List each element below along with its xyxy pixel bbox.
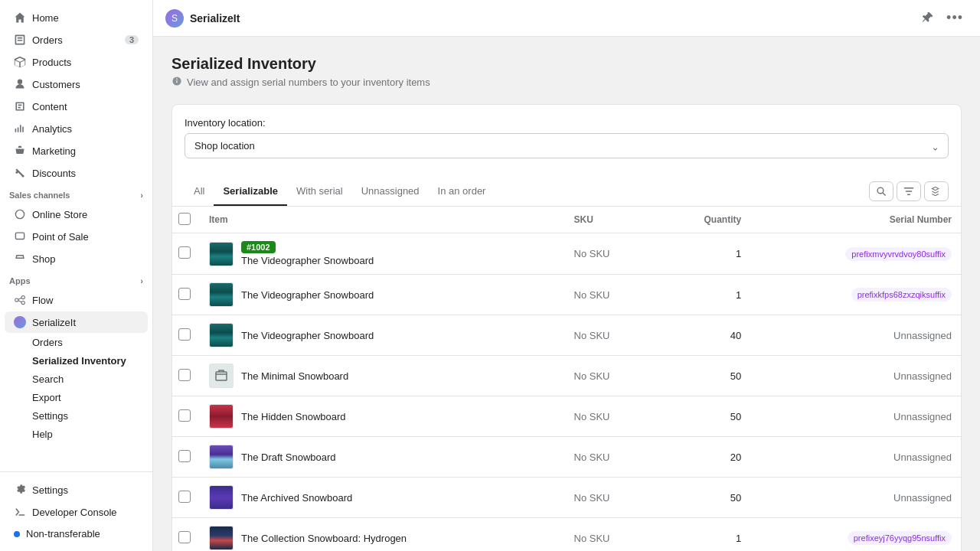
tab-all[interactable]: All	[185, 178, 214, 206]
tab-actions	[869, 177, 949, 206]
products-label: Products	[32, 57, 71, 68]
filter-button[interactable]	[897, 181, 921, 201]
item-cell: The Videographer Snowboard	[200, 315, 565, 356]
serial-number-badge[interactable]: prefixkfps68zxzqiksuffix	[851, 288, 952, 302]
orders-badge: 3	[125, 35, 139, 44]
sku-cell: No SKU	[565, 478, 657, 518]
sidebar-item-online-store[interactable]: Online Store	[5, 204, 148, 225]
tab-with-serial[interactable]: With serial	[287, 178, 352, 206]
more-icon: •••	[946, 10, 963, 26]
table-row: The Hidden SnowboardNo SKU50Unnassigned	[172, 396, 961, 437]
subtitle-text: View and assign serial numbers to your i…	[187, 77, 430, 88]
location-select[interactable]: Shop location	[185, 133, 949, 158]
shop-label: Shop	[32, 253, 55, 265]
sidebar-item-orders[interactable]: Orders 3	[5, 29, 148, 51]
pin-button[interactable]	[917, 8, 939, 29]
order-badge: #1002	[241, 241, 276, 253]
sidebar-item-products[interactable]: Products	[5, 51, 148, 73]
serial-cell: prefixeyj76yyqg95nsuffix	[750, 518, 961, 552]
item-cell: The Minimal Snowboard	[200, 356, 565, 396]
products-icon	[14, 56, 26, 68]
apps-chevron: ›	[140, 276, 143, 285]
subnav-export[interactable]: Export	[26, 389, 148, 406]
row-checkbox-cell	[172, 275, 200, 315]
sidebar-item-home[interactable]: Home	[5, 7, 148, 28]
discounts-label: Discounts	[32, 168, 76, 179]
serial-cell: prefixmvyvrvdvoy80suffix	[750, 233, 961, 275]
sales-channels-chevron: ›	[140, 191, 143, 200]
subnav-orders[interactable]: Orders	[26, 334, 148, 351]
subnav-orders-label: Orders	[32, 337, 63, 348]
search-button[interactable]	[869, 181, 893, 201]
developer-console-label: Developer Console	[32, 507, 117, 518]
subnav-help[interactable]: Help	[26, 425, 148, 443]
sidebar-item-marketing[interactable]: Marketing	[5, 140, 148, 161]
more-button[interactable]: •••	[942, 5, 968, 31]
product-image	[209, 445, 234, 469]
item-name: The Hidden Snowboard	[241, 411, 346, 422]
sales-channels-section[interactable]: Sales channels ›	[0, 184, 152, 203]
subnav-settings[interactable]: Settings	[26, 407, 148, 425]
svg-point-0	[15, 210, 24, 218]
item-text: #1002The Videographer Snowboard	[241, 241, 374, 266]
row-checkbox[interactable]	[178, 450, 191, 462]
row-checkbox[interactable]	[178, 328, 191, 341]
subnav-serialized-inventory[interactable]: Serialized Inventory	[26, 352, 148, 370]
row-checkbox[interactable]	[178, 288, 191, 300]
serial-number-badge[interactable]: prefixeyj76yyqg95nsuffix	[848, 531, 952, 545]
tab-unassigned[interactable]: Unnassigned	[352, 178, 429, 206]
row-checkbox[interactable]	[178, 409, 191, 422]
sidebar-item-developer-console[interactable]: Developer Console	[5, 501, 148, 523]
info-icon	[172, 76, 182, 89]
sort-button[interactable]	[924, 181, 949, 201]
item-text: The Minimal Snowboard	[241, 370, 348, 382]
item-name: The Draft Snowboard	[241, 452, 336, 463]
serial-column-header: Serial Number	[750, 207, 961, 233]
location-section: Inventory location: Shop location	[172, 105, 961, 158]
serial-number-badge[interactable]: prefixmvyvrvdvoy80suffix	[845, 247, 952, 261]
pos-icon	[14, 230, 26, 243]
subnav-search[interactable]: Search	[26, 370, 148, 388]
subnav-export-label: Export	[32, 392, 61, 403]
select-all-checkbox[interactable]	[178, 213, 191, 225]
product-image	[209, 404, 234, 429]
serial-unassigned: Unnassigned	[893, 411, 952, 422]
quantity-cell: 50	[656, 396, 750, 437]
item-name: The Videographer Snowboard	[241, 255, 374, 266]
sidebar-item-analytics[interactable]: Analytics	[5, 118, 148, 139]
orders-label: Orders	[32, 34, 63, 46]
sidebar-item-settings[interactable]: Settings	[5, 479, 148, 500]
location-select-wrapper: Shop location	[185, 133, 949, 158]
subnav-serialized-inventory-label: Serialized Inventory	[32, 355, 126, 367]
svg-line-5	[18, 298, 21, 299]
row-checkbox[interactable]	[178, 369, 191, 381]
sidebar: Home Orders 3 Products Customers Conte	[0, 0, 153, 551]
sku-cell: No SKU	[565, 437, 657, 478]
marketing-label: Marketing	[32, 145, 76, 157]
row-checkbox[interactable]	[178, 246, 191, 259]
sidebar-item-customers[interactable]: Customers	[5, 73, 148, 95]
sidebar-item-content[interactable]: Content	[5, 96, 148, 117]
sidebar-item-serializeit[interactable]: SerializeIt	[5, 311, 148, 333]
tab-in-an-order[interactable]: In an order	[429, 178, 495, 206]
quantity-cell: 1	[656, 233, 750, 275]
row-checkbox-cell	[172, 396, 200, 437]
tab-serializable[interactable]: Serializable	[214, 178, 287, 206]
serial-cell: Unnassigned	[750, 396, 961, 437]
row-checkbox[interactable]	[178, 531, 191, 543]
item-text: The Videographer Snowboard	[241, 289, 374, 301]
apps-section[interactable]: Apps ›	[0, 270, 152, 289]
non-transferable-item[interactable]: Non-transferable	[5, 523, 148, 544]
sidebar-item-pos[interactable]: Point of Sale	[5, 226, 148, 247]
subnav-settings-label: Settings	[32, 410, 68, 422]
non-transferable-dot	[14, 531, 20, 537]
sidebar-item-discounts[interactable]: Discounts	[5, 162, 148, 184]
sidebar-item-flow[interactable]: Flow	[5, 289, 148, 311]
row-checkbox[interactable]	[178, 491, 191, 503]
settings-icon	[14, 484, 26, 496]
sidebar-item-shop[interactable]: Shop	[5, 248, 148, 269]
inventory-table: Item SKU Quantity Serial Number	[172, 207, 961, 551]
select-all-header	[172, 207, 200, 233]
tab-with-serial-label: With serial	[296, 185, 343, 197]
svg-point-4	[21, 301, 24, 304]
